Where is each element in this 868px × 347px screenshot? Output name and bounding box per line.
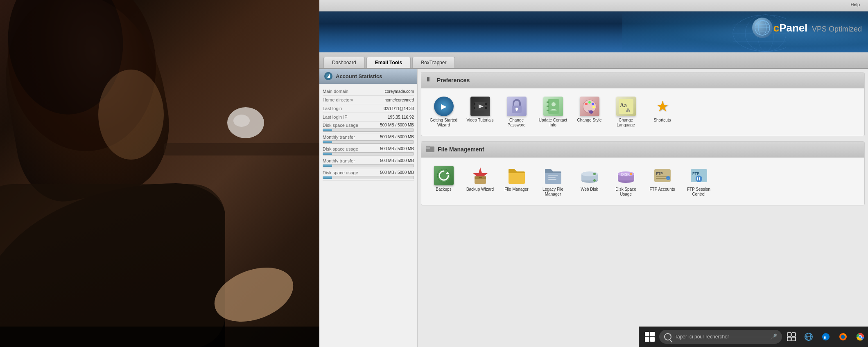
progress-fill-2 [323,141,332,143]
preferences-title: Preferences [437,77,470,83]
stat-disk-label-3: Disk space usage [323,170,362,175]
stats-table: Main domain coreymade.com Home directory… [319,84,417,184]
stat-monthly-2: Monthly transfer 500 MB / 5000 MB [323,157,414,169]
video-tutorials-icon [470,97,490,116]
firefox-button[interactable] [835,329,851,345]
progress-fill-5 [323,176,332,179]
web-disk-label: Web Disk [581,187,598,192]
progress-fill-1 [323,129,332,131]
progress-bar-5 [323,176,414,179]
svg-text:+: + [667,176,669,180]
svg-rect-37 [547,106,549,107]
win-pane-tl [645,332,649,336]
disk-space-usage-label: Disk Space Usage [610,187,642,197]
preferences-icon-grid: ▶ Getting Started Wizard [421,88,864,136]
right-content-panel: Preferences ▶ Getting Started Wizard [418,69,868,347]
stat-disk-space-1: Disk space usage 500 MB / 5000 MB [323,122,414,133]
change-password-icon [507,97,527,116]
svg-text:FTP: FTP [656,171,663,176]
getting-started-icon: ▶ [434,97,454,116]
ftp-session-control-item[interactable]: FTP FTP Session Control [681,162,716,200]
backups-item[interactable]: Backups [426,162,461,200]
svg-rect-21 [328,76,329,78]
stat-last-login: Last login 02/11/11@14:33 [323,104,414,113]
microphone-icon[interactable]: 🎤 [770,333,777,340]
shortcuts-icon: ★ [653,97,672,116]
backup-wizard-item[interactable]: Backup Wizard [463,162,497,200]
svg-rect-81 [787,337,791,341]
chrome-button[interactable] [852,329,868,345]
change-password-item[interactable]: Change Password [499,93,534,131]
video-tutorials-item[interactable]: Video Tutorials [463,93,497,131]
ftp-accounts-icon: FTP + [653,166,672,185]
disk-space-usage-icon: DISK [616,166,636,185]
shortcuts-label: Shortcuts [653,118,671,123]
web-disk-item[interactable]: Web Disk [572,162,607,200]
svg-rect-3 [0,184,225,347]
getting-started-item[interactable]: ▶ Getting Started Wizard [426,93,461,131]
svg-rect-30 [485,107,487,109]
stat-home-dir-value: home/coreymed [384,98,414,102]
svg-text:あ: あ [626,108,630,112]
shortcuts-item[interactable]: ★ Shortcuts [645,93,680,131]
svg-text:DISK: DISK [621,172,630,176]
stat-home-dir: Home directory home/coreymed [323,96,414,104]
cpanel-globe-icon [752,18,773,38]
start-button[interactable] [642,329,658,345]
ie-new-icon: e [821,332,830,341]
svg-rect-5 [164,143,319,155]
update-contact-item[interactable]: Update Contact Info [536,93,570,131]
svg-rect-34 [516,110,517,111]
file-mgmt-header-icon [426,145,434,154]
ie-legacy-button[interactable]: e [801,329,816,345]
svg-rect-38 [547,110,549,111]
change-style-item[interactable]: Change Style [572,93,607,131]
help-link[interactable]: Help [850,2,860,7]
task-view-icon [787,332,796,341]
stat-disk-value-1: 500 MB / 5000 MB [380,123,414,128]
svg-rect-54 [479,177,482,178]
preferences-section: Preferences ▶ Getting Started Wizard [421,72,865,136]
search-placeholder-text: Taper ici pour rechercher [675,334,729,340]
backup-wizard-icon [470,166,490,185]
windows-logo-icon [645,332,655,342]
svg-text:e: e [807,335,808,339]
legacy-file-manager-item[interactable]: Legacy File Manager [536,162,570,200]
progress-bar-1 [323,128,414,132]
svg-point-62 [593,179,596,182]
stats-header-icon [324,72,332,80]
backup-wizard-label: Backup Wizard [466,187,494,192]
cpanel-logo-area: cPanel VPS Optimized [752,18,862,38]
film-icon [470,97,490,116]
disk-space-usage-item[interactable]: DISK Disk Space Usage [608,162,643,200]
change-style-icon [580,97,599,116]
stat-disk-space-2: Disk space usage 500 MB / 5000 MB [323,145,414,157]
ftp-accounts-item[interactable]: FTP + FTP Accounts [645,162,680,200]
web-disk-icon [580,166,599,185]
svg-point-67 [630,173,632,175]
progress-fill-3 [323,153,332,155]
legacy-file-manager-icon [543,166,563,185]
svg-rect-82 [792,337,796,341]
preferences-icon [426,76,434,85]
legacy-file-manager-label: Legacy File Manager [537,187,569,197]
update-contact-icon [543,97,563,116]
file-manager-label: File Manager [504,187,528,192]
svg-rect-77 [697,177,698,180]
taskbar-search-bar[interactable]: Taper ici pour rechercher 🎤 [659,330,782,344]
change-style-label: Change Style [577,118,601,123]
tab-email-tools[interactable]: Email Tools [366,57,411,68]
stat-main-domain-value: coreymade.com [385,89,414,94]
change-language-item[interactable]: Aa あ Change Language [608,93,643,131]
tab-dashboard[interactable]: Dashboard [323,57,365,68]
svg-point-41 [588,101,591,104]
svg-rect-22 [329,74,330,78]
file-manager-item[interactable]: File Manager [499,162,534,200]
svg-point-2 [98,70,164,160]
ie-new-button[interactable]: e [818,329,834,345]
task-view-button[interactable] [784,329,799,345]
svg-rect-48 [426,146,430,149]
tab-boxtrapper[interactable]: BoxTrapper [412,57,455,68]
file-management-icon-grid: Backups [421,158,864,205]
update-contact-label: Update Contact Info [537,118,569,128]
